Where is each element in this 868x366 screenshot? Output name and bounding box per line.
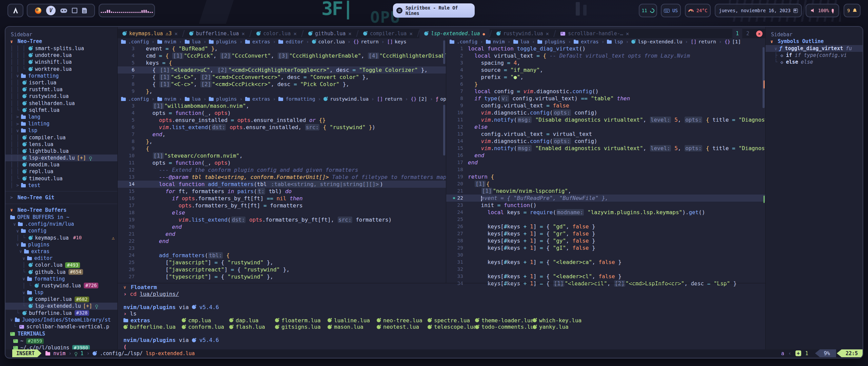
tree-item[interactable]: │ │ rustfmt.lua [5, 86, 117, 93]
tree-item[interactable]: plugins [5, 241, 117, 248]
tree-item[interactable]: │ │ isort.lua [5, 79, 117, 86]
code-token: + [524, 238, 527, 244]
tree-item-label: smart-splits.lua [35, 45, 84, 52]
tree-item[interactable]: OPEN BUFFERS in ~ [5, 214, 117, 221]
tree-item[interactable]: editor [5, 255, 117, 262]
tree-item[interactable]: │ │ │ smart-splits.lua [5, 45, 117, 52]
tree-item[interactable]: │ │ repl.lua [5, 168, 117, 175]
close-icon[interactable] [348, 30, 352, 37]
dock-item-gamepad[interactable] [60, 8, 67, 13]
tree-item[interactable]: │ │ compiler.lua [5, 134, 117, 141]
pill-notifications[interactable]: 9 [844, 4, 861, 17]
pill-clock[interactable]: jueves, noviembre 16, 2023 [715, 4, 802, 17]
symbol-item[interactable]: ├ ifif type(config.vi [766, 52, 863, 59]
tab-scrollbar-handle-[interactable]: scrollbar-handle-… [556, 29, 634, 38]
tree-item[interactable]: │ │ lsp-extended.lu[+] [5, 155, 117, 161]
chevron-right-icon [16, 121, 19, 126]
gutter: 31 [446, 259, 468, 266]
close-icon[interactable] [546, 30, 549, 37]
tree-item[interactable]: │ │ │ undotree.lua [5, 52, 117, 59]
tab-rustywind-lua[interactable]: rustywind.lua [492, 29, 554, 38]
tree-item[interactable]: └ scrollbar-handle-vertical.p [5, 323, 117, 330]
launcher-button[interactable] [7, 4, 23, 17]
tree-item[interactable]: │ │ │ winshift.lua [5, 59, 117, 65]
tree-item[interactable]: Juegos/Indies/SteamLibrary/st [5, 317, 117, 323]
tree-item[interactable]: │ │ lens.lua [5, 141, 117, 148]
tree-item[interactable]: config [5, 227, 117, 234]
tree-item[interactable]: │ │ lightbulb.lua [5, 148, 117, 155]
dock-item-file[interactable] [82, 8, 87, 14]
pill-keyboard-layout[interactable]: US [661, 4, 681, 17]
tab-compiler-lua[interactable]: compiler.lua [358, 29, 417, 38]
tree-item[interactable]: │ compiler.lua#682 [5, 296, 117, 303]
dock-item-neovim[interactable]: V [46, 6, 56, 15]
close-icon[interactable] [293, 30, 297, 37]
symbols-outline-header[interactable]: Symbols Outline [766, 38, 863, 45]
tabpage-1[interactable]: 1 [732, 29, 742, 38]
symbol-item[interactable]: toggle_diag_virtextfu [766, 45, 863, 52]
tree-item[interactable]: └ lsp-extended.lu[+] [5, 303, 117, 309]
code-token: = [165, 45, 172, 52]
floaterm-header[interactable]: Floaterm [118, 284, 765, 291]
dock-item-firefox[interactable] [35, 7, 41, 14]
tree-item[interactable]: │ lsp [5, 127, 117, 134]
dock-item-windows[interactable] [73, 9, 77, 13]
code-token: keys [507, 259, 524, 265]
tree-item[interactable]: │ │ rustywind.lua [5, 93, 117, 100]
folder-icon [45, 352, 50, 355]
symbol-item[interactable]: └ elseelse [766, 59, 863, 65]
tree-item[interactable]: │ │ neodim.lua [5, 161, 117, 168]
scrollbar-handle[interactable] [443, 105, 445, 156]
tree-item[interactable]: ~#2859 [5, 338, 117, 344]
code-token: , [566, 238, 572, 244]
pill-weather[interactable]: 24°C [685, 4, 711, 17]
tree-item[interactable]: └ github.lua#654 [5, 268, 117, 275]
now-playing-widget[interactable]: Spiritbox - Rule Of Nines [393, 3, 475, 18]
tree-item[interactable]: └ bufferline.lua#328 [5, 310, 117, 317]
tree-item[interactable]: │ linting [5, 120, 117, 127]
tree-item[interactable]: │ formatting [5, 73, 117, 79]
tree-item[interactable]: │ │ shellharden.lua [5, 100, 117, 107]
close-icon[interactable] [174, 30, 178, 37]
tree-item[interactable]: │ └ timeout.lua [5, 175, 117, 182]
close-icon[interactable] [626, 30, 629, 37]
window-split-divider[interactable] [446, 38, 446, 283]
scrollbar-handle[interactable] [443, 40, 445, 64]
lua-icon [182, 318, 186, 322]
code-line: 20 end [118, 223, 446, 230]
lua-icon [328, 318, 332, 322]
code-token: ( [514, 145, 517, 151]
tab-label: rustywind.lua [503, 30, 543, 37]
tree-item[interactable]: │ └ rustywind.lua#726 [5, 282, 117, 289]
close-icon[interactable] [409, 30, 413, 37]
close-all-button[interactable] [756, 30, 763, 37]
scrollbar-handle[interactable] [763, 47, 765, 108]
tree-item[interactable]: .config/nvim/lua [5, 221, 117, 227]
chevron-right-icon [531, 39, 536, 44]
tab-github-lua[interactable]: github.lua [303, 29, 356, 38]
tree-item[interactable]: extras [5, 248, 117, 255]
tree-item[interactable]: │ └ keymaps.lua#10 [5, 235, 117, 241]
line-number: 1 [460, 45, 463, 52]
tree-item[interactable]: formatting [5, 276, 117, 282]
tab-lsp-extended-lua[interactable]: lsp-extended.lua [419, 29, 490, 38]
tab-keymaps-lua[interactable]: keymaps.lua⚠3 [118, 29, 182, 38]
tab-color-lua[interactable]: color.lua [252, 29, 301, 38]
section-header-terminals[interactable]: TERMINALS [5, 330, 117, 338]
section-header-neo-tree-buffers[interactable]: Neo-Tree Buffers [5, 206, 117, 214]
pill-updates[interactable]: 11 [639, 4, 657, 17]
tree-item[interactable]: │ lang [5, 114, 117, 120]
section-header-neo-tree[interactable]: Neo-Tree [5, 38, 117, 45]
pill-volume[interactable]: 100% [806, 4, 839, 17]
section-header-neo-tree-git[interactable]: Neo-Tree Git [5, 194, 117, 201]
tree-item[interactable]: │ └ sqlfmt.lua [5, 107, 117, 114]
tree-item[interactable]: ~/.c/n/l/plugins#3980 [5, 344, 117, 349]
tabpage-2[interactable]: 2 [743, 30, 753, 37]
close-icon[interactable] [241, 30, 245, 37]
gutter: 9 [118, 145, 139, 152]
tree-item[interactable]: │ color.lua#493 [5, 262, 117, 268]
tree-item[interactable]: │ │ └ worktree.lua [5, 66, 117, 73]
tab-bufferline-lua[interactable]: bufferline.lua [184, 29, 250, 38]
tree-item[interactable]: lsp [5, 289, 117, 296]
tree-item[interactable]: │ test [5, 182, 117, 189]
